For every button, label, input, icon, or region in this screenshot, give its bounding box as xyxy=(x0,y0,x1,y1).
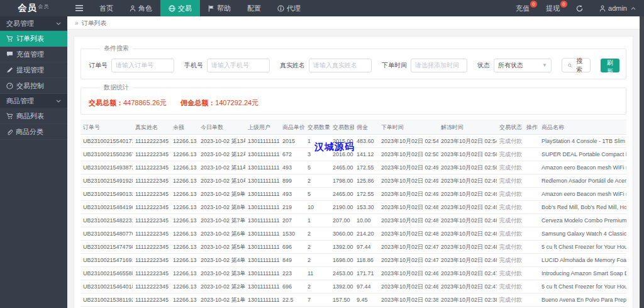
order-time-field: 下单时间 xyxy=(382,59,467,72)
sidebar-item-order-list[interactable]: 订单列表 xyxy=(0,31,67,47)
cell-commission: 153.30 xyxy=(354,201,379,214)
cell-order-time: 2023年10月02日 02:49:38 xyxy=(379,161,438,174)
cell-unfreeze-time: 2023年10月02日 02:49:49 xyxy=(438,174,497,188)
refresh-page-button[interactable] xyxy=(568,0,591,16)
tab-help[interactable]: 帮助 xyxy=(200,0,239,16)
cell-unfreeze-time: 2023年10月02日 02:47:10 xyxy=(438,280,497,294)
sidebar-section-product-management[interactable]: 商品管理 xyxy=(0,94,67,108)
refresh-button[interactable]: 刷新 xyxy=(601,59,619,72)
recharge-button[interactable]: 充值 0 xyxy=(508,0,538,16)
cell-today-orders: 2023-10-02 第4单 xyxy=(198,254,245,267)
table-row: UB2310021547169194 11112222345 12266.13 … xyxy=(80,254,626,267)
tab-agent[interactable]: 代理 xyxy=(269,0,309,16)
cell-parent-user: 13011111111 xyxy=(245,174,280,188)
tab-roles[interactable]: 角色 xyxy=(121,0,160,16)
cell-today-orders: 2023-10-02 第7单 xyxy=(198,214,245,227)
cell-commission: 118.86 xyxy=(354,254,379,267)
cell-commission: 171.71 xyxy=(354,267,379,280)
cell-unit-price: 219 xyxy=(280,201,305,214)
cell-balance: 12266.13 xyxy=(170,148,198,161)
order-no-input[interactable] xyxy=(111,59,174,72)
user-menu[interactable]: admin xyxy=(591,0,644,16)
cell-real-name: 11112222345 xyxy=(133,161,170,174)
total-commission-value: 1407292.24元 xyxy=(215,99,258,106)
cart-icon xyxy=(6,35,13,42)
sidebar-section-trade-management[interactable]: 交易管理 xyxy=(0,16,67,31)
cell-order-no: UB2310021548223150 xyxy=(80,214,133,227)
cell-amount: 2015.00 xyxy=(330,135,354,148)
cell-real-name: 11112222345 xyxy=(133,135,170,148)
tab-trade[interactable]: 交易 xyxy=(160,0,200,16)
cell-parent-user: 13011111111 xyxy=(245,214,280,227)
person-icon xyxy=(130,5,136,12)
page-scrollbar[interactable] xyxy=(640,16,644,308)
chevron-down-icon xyxy=(56,22,61,25)
order-time-input[interactable] xyxy=(411,59,467,72)
col-status: 交易状态 xyxy=(497,120,524,135)
cell-order-no: UB2310021549387237 xyxy=(80,161,133,174)
cell-action xyxy=(524,148,539,161)
cell-product-name: Redlemon Asador Portátil de Acero Inoxid… xyxy=(539,174,626,188)
tab-config-label: 配置 xyxy=(247,4,261,13)
hamburger-icon xyxy=(75,5,83,11)
cell-status: 完成付款 xyxy=(497,294,524,307)
cell-amount: 1392.00 xyxy=(330,241,354,254)
cell-amount: 3060.00 xyxy=(330,227,354,241)
real-name-input[interactable] xyxy=(309,59,372,72)
cell-action xyxy=(524,241,539,254)
cell-product-name: Cerveza Modelo Combo Premium Pack, 12 Bo… xyxy=(539,214,626,227)
sidebar-item-recharge-management[interactable]: 充值管理 xyxy=(0,47,67,62)
sidebar: 交易管理 订单列表 充值管理 提现管理 交易控制 商品管理 xyxy=(0,16,67,308)
brand-logo[interactable]: 会员 会员 xyxy=(0,0,67,16)
phone-field: 手机号 xyxy=(184,59,270,72)
brand-title: 会员 xyxy=(18,3,37,14)
cell-order-time: 2023年10月02日 02:47:16 xyxy=(379,254,438,267)
cell-balance: 12266.13 xyxy=(170,267,198,280)
tab-config[interactable]: 配置 xyxy=(239,0,269,16)
cell-order-time: 2023年10月02日 02:49:19 xyxy=(379,174,438,188)
stats-panel-legend: 数据统计 xyxy=(100,83,133,92)
cell-today-orders: 2023-10-02 第11单 xyxy=(198,161,245,174)
withdraw-button[interactable]: 提现 0 xyxy=(538,0,568,16)
cell-commission: 97.44 xyxy=(354,241,379,254)
cell-order-no: UB2310021547169194 xyxy=(80,254,133,267)
cell-action xyxy=(524,280,539,294)
cell-balance: 12266.13 xyxy=(170,214,198,227)
sidebar-item-product-category[interactable]: 商品分类 xyxy=(0,124,67,140)
cell-amount: 157.50 xyxy=(330,294,354,307)
top-nav: 首页 角色 交易 帮助 配置 xyxy=(67,0,309,16)
status-select[interactable]: 所有状态 ▼ xyxy=(494,59,552,72)
cell-product-name: Amazon eero Beacon mesh WiFi range exten… xyxy=(539,188,626,201)
chevron-down-icon xyxy=(56,100,61,103)
cell-today-orders: 2023-10-02 第2单 xyxy=(198,280,245,294)
cell-action xyxy=(524,254,539,267)
cell-product-name: Bob's Red Mill, Bob's Red Mill, Hojuelas… xyxy=(539,201,626,214)
cell-order-no: UB2310021546401827 xyxy=(80,280,133,294)
cell-order-no: UB2310021549013294 xyxy=(80,188,133,201)
cell-unit-price: 899 xyxy=(280,174,305,188)
cell-order-no: UB2310021549192852 xyxy=(80,174,133,188)
tab-home[interactable]: 首页 xyxy=(91,0,121,16)
cell-quantity: 7 xyxy=(305,294,330,307)
hamburger-button[interactable] xyxy=(67,0,91,16)
select-chevron-down-icon: ▼ xyxy=(542,62,547,68)
cell-quantity: 5 xyxy=(305,161,330,174)
cell-parent-user: 13011111111 xyxy=(245,241,280,254)
sidebar-item-withdraw-management[interactable]: 提现管理 xyxy=(0,62,67,78)
cell-quantity: 2 xyxy=(305,174,330,188)
search-button-label: 搜 索 xyxy=(575,57,584,74)
sidebar-item-product-list[interactable]: 商品列表 xyxy=(0,108,67,124)
sidebar-item-trade-control[interactable]: 交易控制 xyxy=(0,78,67,94)
cell-quantity: 5 xyxy=(305,188,330,201)
orders-table-body: UB2310021554017113 11112222345 12266.13 … xyxy=(80,135,626,308)
cell-quantity: 2 xyxy=(305,254,330,267)
cell-balance: 12266.13 xyxy=(170,188,198,201)
cell-action xyxy=(524,161,539,174)
cell-action xyxy=(524,227,539,241)
phone-input[interactable] xyxy=(207,59,270,72)
cell-product-name: Introducing Amazon Smart Soap Dispenser,… xyxy=(539,267,626,280)
search-button[interactable]: 搜 索 xyxy=(562,58,591,72)
cell-order-no: UB2310021550236762 xyxy=(80,148,133,161)
cell-parent-user: 13011111111 xyxy=(245,294,280,307)
cell-parent-user: 13011111111 xyxy=(245,161,280,174)
